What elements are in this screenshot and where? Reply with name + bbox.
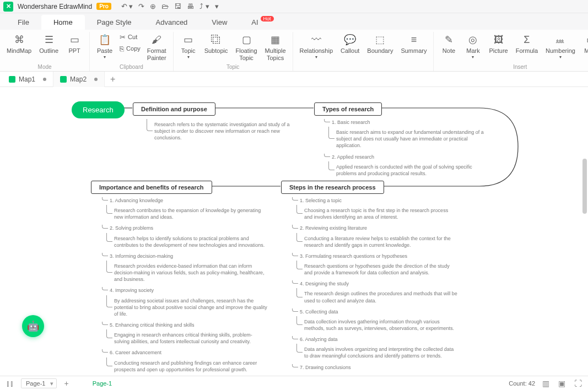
canvas[interactable]: Research Definition and purpose Research… bbox=[0, 87, 588, 376]
document-tab-bar: Map1 Map2 + bbox=[0, 72, 588, 87]
callout-button[interactable]: 💬Callout bbox=[337, 32, 363, 57]
mark-button[interactable]: ◎Mark▾ bbox=[461, 32, 484, 62]
floating-topic-button[interactable]: ▢Floating Topic bbox=[232, 32, 260, 64]
group-mode-label: Mode bbox=[38, 64, 52, 71]
fullscreen-icon[interactable]: ⛶ bbox=[573, 379, 584, 388]
subtopic-icon: ⿻ bbox=[211, 34, 221, 46]
callout-icon: 💬 bbox=[344, 34, 356, 46]
doc-icon bbox=[60, 76, 67, 83]
note-button[interactable]: ✎Note bbox=[437, 32, 460, 57]
app-title: Wondershare EdrawMind bbox=[18, 3, 92, 10]
doc-tab-map1[interactable]: Map1 bbox=[2, 72, 53, 87]
mindmap-icon: ⌘ bbox=[14, 34, 24, 46]
topic-button[interactable]: ▭Topic▾ bbox=[177, 32, 200, 62]
title-bar: ✕ Wondershare EdrawMind Pro ↶ ▾ ↷ ⊕ 🗁 🖫 … bbox=[0, 0, 588, 13]
count-label: Count: 42 bbox=[509, 380, 535, 387]
ppt-icon: ▭ bbox=[70, 34, 79, 46]
picture-button[interactable]: 🖼Picture bbox=[485, 32, 511, 57]
doc-icon bbox=[9, 76, 15, 83]
floating-icon: ▢ bbox=[242, 34, 251, 46]
menu-ai[interactable]: AIHot bbox=[239, 15, 270, 30]
group-topic-label: Topic bbox=[226, 64, 239, 71]
quick-access-toolbar: ↶ ▾ ↷ ⊕ 🗁 🖫 🖶 ⤴ ▾ ▾ bbox=[121, 2, 219, 10]
paste-button[interactable]: 📋Paste▾ bbox=[93, 32, 116, 62]
mark-icon: ◎ bbox=[468, 34, 477, 46]
topic-icon: ▭ bbox=[184, 34, 193, 46]
more-button[interactable]: ▭More bbox=[580, 32, 588, 57]
page-selector[interactable]: Page-1 bbox=[21, 378, 57, 388]
app-logo-icon: ✕ bbox=[3, 2, 13, 12]
outline-button[interactable]: ☰Outline bbox=[36, 32, 62, 57]
mindmap-button[interactable]: ⌘MindMap bbox=[3, 32, 35, 57]
panel-toggle-icon[interactable]: ⫿⫿ bbox=[4, 379, 15, 388]
boundary-icon: ⬚ bbox=[375, 34, 385, 46]
format-painter-button[interactable]: 🖌Format Painter bbox=[144, 32, 170, 64]
open-icon[interactable]: 🗁 bbox=[161, 2, 169, 10]
relationship-icon: 〰 bbox=[311, 34, 321, 46]
brush-icon: 🖌 bbox=[152, 34, 161, 46]
new-icon[interactable]: ⊕ bbox=[150, 2, 156, 10]
topic-importance[interactable]: Importance and benefits of research bbox=[91, 181, 212, 194]
multi-icon: ▦ bbox=[271, 34, 280, 46]
formula-button[interactable]: ΣFormula bbox=[513, 32, 541, 57]
topic-types[interactable]: Types of research bbox=[314, 102, 382, 116]
current-page-label[interactable]: Page-1 bbox=[93, 380, 112, 387]
subtopic-button[interactable]: ⿻Subtopic bbox=[201, 32, 231, 57]
types-content: 1. Basic research Basic research aims to… bbox=[324, 119, 489, 181]
view-mode-2-icon[interactable]: ▣ bbox=[557, 379, 567, 388]
menu-home[interactable]: Home bbox=[41, 15, 85, 30]
definition-content: Research refers to the systematic invest… bbox=[142, 120, 296, 145]
vertical-scrollbar[interactable] bbox=[582, 159, 587, 214]
outline-icon: ☰ bbox=[45, 34, 53, 46]
picture-icon: 🖼 bbox=[494, 34, 504, 46]
pro-badge: Pro bbox=[96, 3, 111, 10]
menu-advanced[interactable]: Advanced bbox=[144, 15, 200, 30]
note-icon: ✎ bbox=[445, 34, 453, 46]
save-icon[interactable]: 🖫 bbox=[174, 2, 181, 10]
view-mode-1-icon[interactable]: ▥ bbox=[541, 379, 551, 388]
doc-tab-map2[interactable]: Map2 bbox=[53, 72, 105, 87]
cut-icon: ✂ bbox=[120, 33, 126, 42]
menu-page-style[interactable]: Page Style bbox=[85, 15, 144, 30]
print-icon[interactable]: 🖶 bbox=[187, 2, 194, 10]
cut-button[interactable]: ✂Cut bbox=[117, 32, 143, 43]
steps-content: 1. Selecting a topicChoosing a research … bbox=[292, 197, 457, 374]
menu-file[interactable]: File bbox=[6, 15, 41, 30]
ppt-button[interactable]: ▭PPT bbox=[63, 32, 86, 57]
add-tab-button[interactable]: + bbox=[105, 74, 121, 84]
summary-button[interactable]: ≡Summary bbox=[397, 32, 430, 57]
menu-view[interactable]: View bbox=[199, 15, 239, 30]
export-icon[interactable]: ⤴ ▾ bbox=[199, 2, 209, 10]
importance-content: 1. Advancing knowledgeResearch contribut… bbox=[102, 197, 267, 376]
group-insert-label: Insert bbox=[513, 64, 527, 71]
numbering-icon: ⅏ bbox=[555, 34, 565, 46]
group-clipboard-label: Clipboard bbox=[120, 64, 143, 71]
ribbon: ⌘MindMap ☰Outline ▭PPT Mode 📋Paste▾ ✂Cut… bbox=[0, 30, 588, 72]
formula-icon: Σ bbox=[524, 34, 530, 46]
boundary-button[interactable]: ⬚Boundary bbox=[364, 32, 396, 57]
redo-icon[interactable]: ↷ bbox=[138, 2, 144, 10]
copy-icon: ⎘ bbox=[120, 45, 124, 53]
topic-steps[interactable]: Steps in the research process bbox=[281, 181, 384, 194]
ai-assistant-button[interactable]: 🤖 bbox=[22, 315, 44, 337]
menu-bar: File Home Page Style Advanced View AIHot bbox=[0, 13, 588, 30]
copy-button[interactable]: ⎘Copy bbox=[117, 44, 143, 55]
more-icon[interactable]: ▾ bbox=[215, 2, 219, 10]
paste-icon: 📋 bbox=[99, 34, 111, 46]
numbering-button[interactable]: ⅏Numbering▾ bbox=[542, 32, 579, 62]
undo-icon[interactable]: ↶ ▾ bbox=[121, 2, 133, 10]
add-page-button[interactable]: + bbox=[62, 379, 70, 388]
root-node[interactable]: Research bbox=[72, 101, 125, 118]
summary-icon: ≡ bbox=[411, 34, 417, 46]
status-bar: ⫿⫿ Page-1 + Page-1 Count: 42 ▥ ▣ ⛶ bbox=[0, 376, 588, 390]
topic-definition[interactable]: Definition and purpose bbox=[133, 102, 215, 116]
relationship-button[interactable]: 〰Relationship▾ bbox=[296, 32, 337, 62]
multiple-topics-button[interactable]: ▦Multiple Topics bbox=[262, 32, 289, 64]
